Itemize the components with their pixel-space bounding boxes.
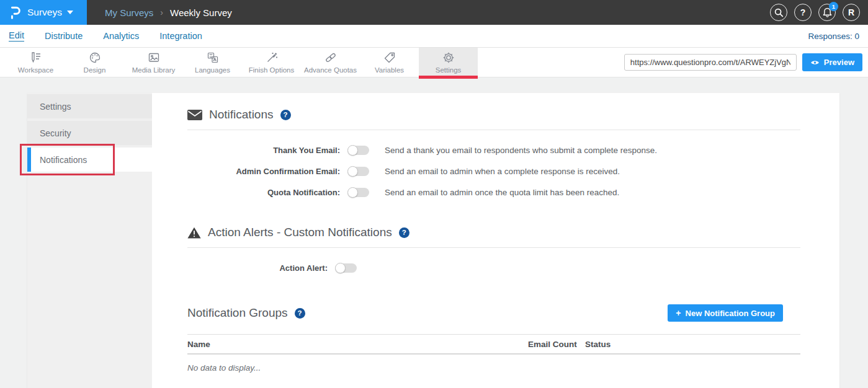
admin-confirmation-email-toggle[interactable] <box>348 167 369 176</box>
toggle-row-admin-confirmation-email: Admin Confirmation Email: Send an email … <box>187 161 800 182</box>
edit-toolbar: Workspace Design Media Library Languages <box>0 48 868 77</box>
toolbar-right: Preview <box>624 48 868 77</box>
top-header: Surveys My Surveys › Weekly Survey ? 1 R <box>0 0 868 25</box>
thank-you-email-toggle[interactable] <box>348 146 369 155</box>
sidebar-item-settings[interactable]: Settings <box>27 94 152 118</box>
search-icon <box>774 8 784 17</box>
section-title-action-alerts: Action Alerts - Custom Notifications <box>208 226 392 239</box>
settings-sidebar: Settings Security Notifications <box>27 93 152 388</box>
notification-groups-help-icon[interactable]: ? <box>295 308 305 319</box>
notifications-button[interactable]: 1 <box>818 4 836 21</box>
toolbar-item-media-library[interactable]: Media Library <box>124 48 183 77</box>
table-header-name: Name <box>187 340 528 349</box>
section-divider <box>187 130 800 130</box>
table-header-email-count: Email Count <box>528 340 585 349</box>
help-button[interactable]: ? <box>794 4 812 21</box>
sidebar-item-security[interactable]: Security <box>27 121 152 145</box>
warning-triangle-icon <box>187 227 201 239</box>
section-notification-groups: Notification Groups ? + New Notification… <box>187 304 800 373</box>
breadcrumb-separator: › <box>160 7 163 17</box>
section-action-alerts: Action Alerts - Custom Notifications ? A… <box>187 226 800 278</box>
settings-panel: Settings Security Notifications Notifica… <box>27 93 839 388</box>
annotation-red-underline <box>419 76 478 79</box>
avatar[interactable]: R <box>843 4 860 21</box>
toggle-row-action-alert: Action Alert: <box>187 257 800 278</box>
toolbar-item-design[interactable]: Design <box>65 48 124 77</box>
action-alert-toggle[interactable] <box>336 263 357 273</box>
notification-badge: 1 <box>829 2 838 11</box>
help-icon: ? <box>800 7 806 17</box>
notifications-help-icon[interactable]: ? <box>280 110 291 120</box>
workspace-icon <box>29 51 43 64</box>
advance-quotas-link-icon <box>324 51 338 64</box>
new-notification-group-button[interactable]: + New Notification Group <box>668 304 783 322</box>
product-label: Surveys <box>27 7 62 18</box>
toolbar-item-languages[interactable]: Languages <box>183 48 242 77</box>
table-header-status: Status <box>585 340 800 349</box>
media-library-icon <box>147 51 161 64</box>
tab-integration[interactable]: Integration <box>159 31 202 42</box>
table-empty-message: No data to display... <box>187 363 800 373</box>
questionpro-logo <box>8 5 22 20</box>
plus-icon: + <box>676 308 681 318</box>
toggle-row-thank-you-email: Thank You Email: Send a thank you email … <box>187 139 800 161</box>
settings-gear-icon <box>442 51 455 64</box>
toolbar-item-workspace[interactable]: Workspace <box>6 48 65 77</box>
breadcrumb-current: Weekly Survey <box>170 7 232 18</box>
toolbar-item-settings[interactable]: Settings <box>419 48 478 77</box>
workarea: Settings Security Notifications Notifica… <box>0 77 868 388</box>
preview-button[interactable]: Preview <box>802 53 862 71</box>
envelope-icon <box>187 110 202 120</box>
header-actions: ? 1 R <box>770 4 868 21</box>
toolbar-item-advance-quotas[interactable]: Advance Quotas <box>301 48 360 77</box>
sidebar-item-notifications[interactable]: Notifications <box>27 148 152 172</box>
survey-url-input[interactable] <box>624 54 797 71</box>
quota-notification-toggle[interactable] <box>348 188 369 197</box>
section-divider <box>187 247 800 248</box>
toolbar-item-finish-options[interactable]: Finish Options <box>242 48 301 77</box>
notifications-content: Notifications ? Thank You Email: Send a … <box>152 93 839 388</box>
section-notifications: Notifications ? Thank You Email: Send a … <box>187 108 800 203</box>
section-title-notification-groups: Notification Groups <box>187 306 288 320</box>
toggle-row-quota-notification: Quota Notification: Send an email to adm… <box>187 182 800 203</box>
design-palette-icon <box>88 51 102 64</box>
breadcrumb: My Surveys › Weekly Survey <box>105 7 232 18</box>
finish-options-wand-icon <box>265 51 279 64</box>
languages-icon <box>206 51 220 64</box>
search-button[interactable] <box>770 4 787 21</box>
breadcrumb-parent-link[interactable]: My Surveys <box>105 7 153 18</box>
tab-analytics[interactable]: Analytics <box>103 31 139 42</box>
tab-distribute[interactable]: Distribute <box>45 31 83 42</box>
notification-groups-table: Name Email Count Status No data to displ… <box>187 334 800 373</box>
action-alerts-help-icon[interactable]: ? <box>399 227 409 238</box>
product-switcher[interactable]: Surveys <box>0 0 87 25</box>
avatar-initial: R <box>848 7 854 17</box>
table-header-row: Name Email Count Status <box>187 334 800 355</box>
chevron-down-icon <box>67 11 73 14</box>
section-title-notifications: Notifications <box>209 108 274 121</box>
variables-tag-icon <box>383 51 396 64</box>
responses-count: Responses: 0 <box>808 32 868 41</box>
survey-nav: Edit Distribute Analytics Integration Re… <box>0 25 868 48</box>
toolbar-item-variables[interactable]: Variables <box>360 48 419 77</box>
tab-edit[interactable]: Edit <box>9 30 24 42</box>
eye-icon <box>810 60 820 66</box>
